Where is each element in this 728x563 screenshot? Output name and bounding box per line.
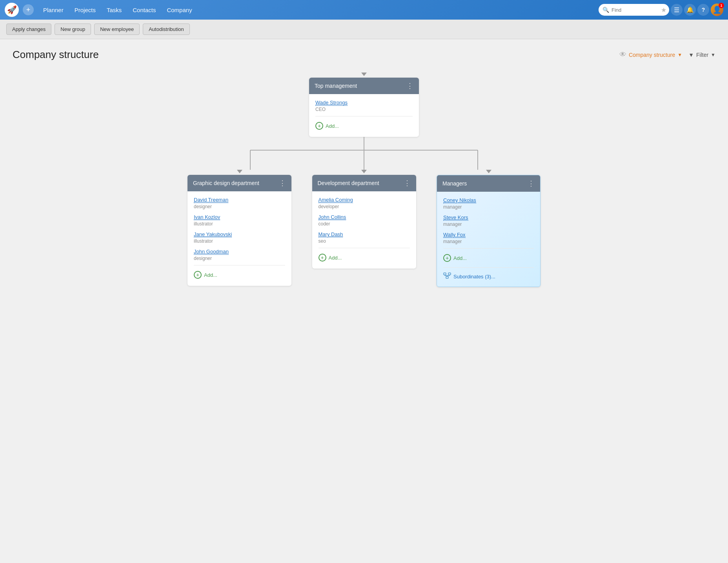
employee-amelia-coming: Amelia Coming developer xyxy=(318,196,410,209)
search-input[interactable] xyxy=(612,7,659,13)
development-title: Development department xyxy=(318,180,379,186)
development-wrap: Development department ⋮ Amelia Coming d… xyxy=(312,170,416,269)
development-menu-icon[interactable]: ⋮ xyxy=(404,179,411,187)
left-add-button[interactable]: + Add... xyxy=(194,269,285,281)
nav-tasks[interactable]: Tasks xyxy=(102,4,126,16)
employee-role-coney-nikolas: manager xyxy=(443,204,534,210)
employee-name-amelia-coming[interactable]: Amelia Coming xyxy=(318,197,353,203)
right-arrow xyxy=(486,170,491,173)
left-arrow xyxy=(237,170,242,173)
managers-card: Managers ⋮ Coney Nikolas manager Steve K… xyxy=(437,175,541,287)
employee-role-david-treeman: designer xyxy=(194,204,285,209)
logo-icon: 🚀 xyxy=(7,5,17,15)
employee-role-amelia-coming: developer xyxy=(318,204,410,209)
employee-name-john-goodman[interactable]: John Goodman xyxy=(194,249,229,255)
filter-label: Filter xyxy=(696,52,708,58)
graphic-design-body: David Treeman designer Ivan Kozlov illus… xyxy=(187,191,291,286)
employee-role-john-goodman: designer xyxy=(194,256,285,261)
middle-arrow xyxy=(361,170,367,173)
nav-planner[interactable]: Planner xyxy=(38,4,68,16)
employee-name-coney-nikolas[interactable]: Coney Nikolas xyxy=(443,197,476,203)
employee-steve-kors: Steve Kors manager xyxy=(443,214,534,227)
add-circle-icon: + xyxy=(315,122,323,130)
branch-connector xyxy=(195,149,533,170)
employee-mary-dash: Mary Dash seo xyxy=(318,231,410,244)
top-management-menu-icon[interactable]: ⋮ xyxy=(406,82,413,90)
top-management-area: Top management ⋮ Wade Strongs CEO + Add.… xyxy=(309,73,419,149)
employee-role-john-collins: coder xyxy=(318,221,410,227)
employee-role-wade-strongs: CEO xyxy=(315,107,413,112)
top-add-button[interactable]: + Add... xyxy=(315,120,413,132)
employee-jane-yakubovski: Jane Yakubovski illustrator xyxy=(194,231,285,244)
employee-name-ivan-kozlov[interactable]: Ivan Kozlov xyxy=(194,214,220,220)
branch-svg xyxy=(195,149,533,170)
managers-title: Managers xyxy=(442,180,467,187)
toolbar: Apply changes New group New employee Aut… xyxy=(0,20,728,39)
help-button[interactable]: ? xyxy=(697,4,709,16)
subordinates-button[interactable]: Subordinates (3)... xyxy=(443,271,534,282)
right-add-circle-icon: + xyxy=(443,254,451,262)
autodistribution-button[interactable]: Autodistribution xyxy=(143,24,190,35)
left-add-label: Add... xyxy=(204,272,217,278)
employee-name-steve-kors[interactable]: Steve Kors xyxy=(443,214,468,221)
avatar-badge: 1 xyxy=(719,3,724,8)
main-content: Company structure 👁 Company structure ▼ … xyxy=(0,39,728,563)
new-employee-button[interactable]: New employee xyxy=(94,24,140,35)
employee-wally-fox: Wally Fox manager xyxy=(443,231,534,244)
employee-john-goodman: John Goodman designer xyxy=(194,248,285,261)
development-card: Development department ⋮ Amelia Coming d… xyxy=(312,175,416,269)
help-icon: ? xyxy=(702,7,705,13)
right-add-label: Add... xyxy=(453,255,467,261)
employee-name-wade-strongs[interactable]: Wade Strongs xyxy=(315,100,348,106)
top-management-card: Top management ⋮ Wade Strongs CEO + Add.… xyxy=(309,78,419,137)
nav-add-button[interactable]: + xyxy=(23,4,34,15)
employee-david-treeman: David Treeman designer xyxy=(194,196,285,209)
search-box: 🔍 ★ xyxy=(599,4,669,16)
top-connector-arrow xyxy=(361,73,367,76)
svg-rect-5 xyxy=(444,273,446,275)
page-header-right: 👁 Company structure ▼ ▼ Filter ▼ xyxy=(619,51,715,59)
filter-chevron: ▼ xyxy=(711,52,715,58)
nav-company[interactable]: Company xyxy=(162,4,197,16)
middle-add-circle-icon: + xyxy=(318,254,326,262)
star-icon[interactable]: ★ xyxy=(661,6,666,14)
filter-button[interactable]: ▼ Filter ▼ xyxy=(688,52,715,58)
menu-icon: ☰ xyxy=(674,6,679,14)
top-down-connector xyxy=(364,137,364,149)
development-header: Development department ⋮ xyxy=(312,175,416,191)
graphic-design-title: Graphic design department xyxy=(193,180,259,186)
employee-name-john-collins[interactable]: John Collins xyxy=(318,214,346,220)
middle-add-button[interactable]: + Add... xyxy=(318,251,410,264)
employee-role-ivan-kozlov: illustrator xyxy=(194,221,285,227)
left-add-circle-icon: + xyxy=(194,271,202,279)
managers-menu-icon[interactable]: ⋮ xyxy=(528,179,535,188)
menu-button[interactable]: ☰ xyxy=(671,4,682,16)
avatar[interactable]: 👤 1 xyxy=(711,4,723,16)
subordinates-label: Subordinates (3)... xyxy=(453,274,495,280)
new-group-button[interactable]: New group xyxy=(55,24,91,35)
notifications-button[interactable]: 🔔 xyxy=(684,4,696,16)
managers-header: Managers ⋮ xyxy=(437,175,540,192)
graphic-design-menu-icon[interactable]: ⋮ xyxy=(279,179,286,187)
managers-body: Coney Nikolas manager Steve Kors manager… xyxy=(437,192,540,287)
development-body: Amelia Coming developer John Collins cod… xyxy=(312,191,416,269)
view-selector[interactable]: 👁 Company structure ▼ xyxy=(619,51,682,59)
employee-coney-nikolas: Coney Nikolas manager xyxy=(443,196,534,210)
page-header: Company structure 👁 Company structure ▼ … xyxy=(13,49,715,61)
right-add-button[interactable]: + Add... xyxy=(443,252,534,264)
subordinates-icon xyxy=(443,272,451,280)
employee-role-wally-fox: manager xyxy=(443,239,534,244)
filter-icon: ▼ xyxy=(688,52,694,58)
employee-name-mary-dash[interactable]: Mary Dash xyxy=(318,231,343,238)
nav-contacts[interactable]: Contacts xyxy=(128,4,160,16)
navbar: 🚀 + Planner Projects Tasks Contacts Comp… xyxy=(0,0,728,20)
employee-name-jane-yakubovski[interactable]: Jane Yakubovski xyxy=(194,231,232,238)
managers-wrap: Managers ⋮ Coney Nikolas manager Steve K… xyxy=(437,170,541,287)
employee-name-wally-fox[interactable]: Wally Fox xyxy=(443,232,466,238)
apply-changes-button[interactable]: Apply changes xyxy=(6,24,51,35)
nav-projects[interactable]: Projects xyxy=(70,4,100,16)
eye-icon: 👁 xyxy=(619,51,626,59)
employee-role-steve-kors: manager xyxy=(443,222,534,227)
view-selector-label: Company structure xyxy=(629,52,675,58)
employee-name-david-treeman[interactable]: David Treeman xyxy=(194,197,228,203)
